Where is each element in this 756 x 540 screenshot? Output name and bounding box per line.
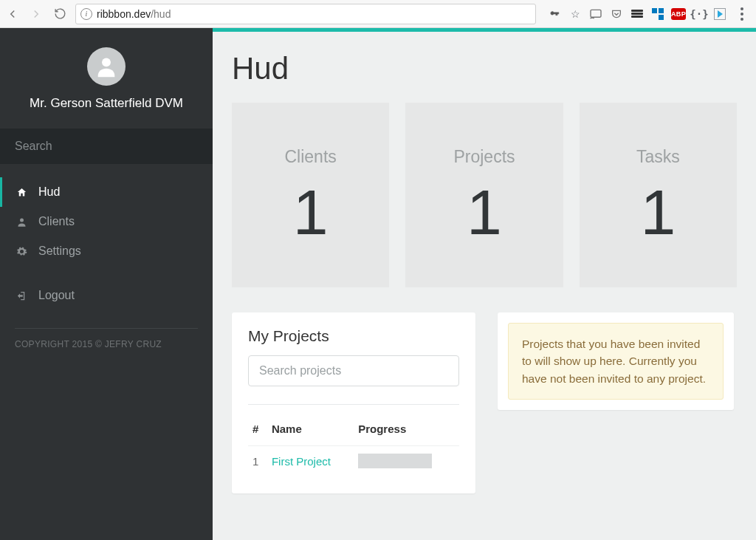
sidebar-item-settings[interactable]: Settings — [0, 236, 213, 266]
sidebar-search — [0, 129, 213, 164]
dev-extension-icon[interactable]: {·} — [693, 7, 706, 21]
sidebar-item-label: Settings — [38, 245, 81, 258]
stat-value: 1 — [640, 180, 676, 244]
forward-button[interactable] — [28, 6, 44, 22]
url-path: /hud — [151, 8, 171, 20]
page-title: Hud — [232, 51, 737, 86]
card-title: My Projects — [248, 327, 459, 345]
extensions-tray: ☆ ABP {·} — [543, 7, 752, 21]
app-shell: Mr. Gerson Satterfield DVM Hud Clients S… — [0, 28, 756, 540]
gear-icon — [15, 246, 28, 257]
stats-row: Clients 1 Projects 1 Tasks 1 — [232, 103, 737, 287]
sidebar: Mr. Gerson Satterfield DVM Hud Clients S… — [0, 28, 213, 540]
stat-tasks[interactable]: Tasks 1 — [580, 103, 737, 287]
main-content: Hud Clients 1 Projects 1 Tasks 1 My Proj… — [213, 28, 756, 540]
project-link[interactable]: First Project — [272, 455, 331, 468]
stat-projects[interactable]: Projects 1 — [405, 103, 563, 287]
svg-point-2 — [20, 218, 24, 222]
stat-label: Projects — [453, 147, 515, 167]
back-button[interactable] — [4, 6, 21, 22]
user-name: Mr. Gerson Satterfield DVM — [9, 96, 204, 111]
sidebar-item-label: Logout — [38, 289, 75, 302]
progress-bar — [358, 454, 432, 468]
table-row[interactable]: 1 First Project — [248, 446, 459, 476]
cell-index: 1 — [248, 446, 267, 476]
site-info-icon[interactable]: i — [80, 8, 92, 20]
password-key-icon[interactable] — [548, 7, 561, 21]
sidebar-item-label: Clients — [38, 215, 75, 228]
svg-rect-0 — [591, 10, 601, 17]
pocket-icon[interactable] — [610, 7, 623, 21]
trello-icon[interactable] — [651, 7, 664, 21]
browser-menu-button[interactable] — [734, 7, 747, 21]
my-projects-card: My Projects # Name Progress — [232, 312, 475, 493]
address-bar[interactable]: i ribbbon.dev/hud — [75, 4, 536, 24]
col-index: # — [248, 417, 267, 446]
projects-search-input[interactable] — [248, 355, 459, 386]
stat-value: 1 — [293, 180, 329, 244]
bookmark-star-icon[interactable]: ☆ — [568, 7, 582, 21]
stat-clients[interactable]: Clients 1 — [232, 103, 389, 287]
sidebar-item-hud[interactable]: Hud — [0, 177, 213, 207]
url-domain: ribbbon.dev — [97, 8, 151, 20]
avatar[interactable] — [87, 47, 126, 86]
col-progress: Progress — [354, 417, 459, 446]
sidebar-nav: Hud Clients Settings Logout — [0, 164, 213, 310]
adblock-icon[interactable]: ABP — [672, 7, 685, 21]
col-name: Name — [267, 417, 354, 446]
card-divider — [248, 404, 459, 405]
panels-row: My Projects # Name Progress — [232, 312, 737, 493]
buffer-icon[interactable] — [630, 7, 644, 21]
table-header-row: # Name Progress — [248, 417, 459, 446]
search-input[interactable] — [0, 129, 213, 164]
cast-icon[interactable] — [589, 7, 602, 21]
stat-label: Clients — [285, 147, 337, 167]
home-icon — [15, 187, 28, 198]
sidebar-item-label: Hud — [38, 185, 60, 199]
sidebar-item-clients[interactable]: Clients — [0, 207, 213, 236]
playstore-icon[interactable] — [713, 7, 726, 21]
logout-icon — [15, 290, 28, 301]
copyright: COPYRIGHT 2015 © JEFRY CRUZ — [0, 339, 213, 349]
stat-value: 1 — [467, 180, 502, 244]
user-icon — [15, 216, 28, 228]
invites-card: Projects that you have been invited to w… — [498, 312, 734, 410]
svg-point-1 — [102, 58, 111, 66]
reload-button[interactable] — [52, 6, 68, 22]
sidebar-divider — [15, 328, 198, 329]
sidebar-item-logout[interactable]: Logout — [0, 281, 213, 310]
profile-block: Mr. Gerson Satterfield DVM — [0, 28, 213, 129]
projects-table: # Name Progress 1 First Project — [248, 417, 459, 476]
browser-toolbar: i ribbbon.dev/hud ☆ ABP {·} — [0, 0, 756, 28]
invites-empty-alert: Projects that you have been invited to w… — [508, 323, 724, 400]
stat-label: Tasks — [636, 147, 680, 167]
